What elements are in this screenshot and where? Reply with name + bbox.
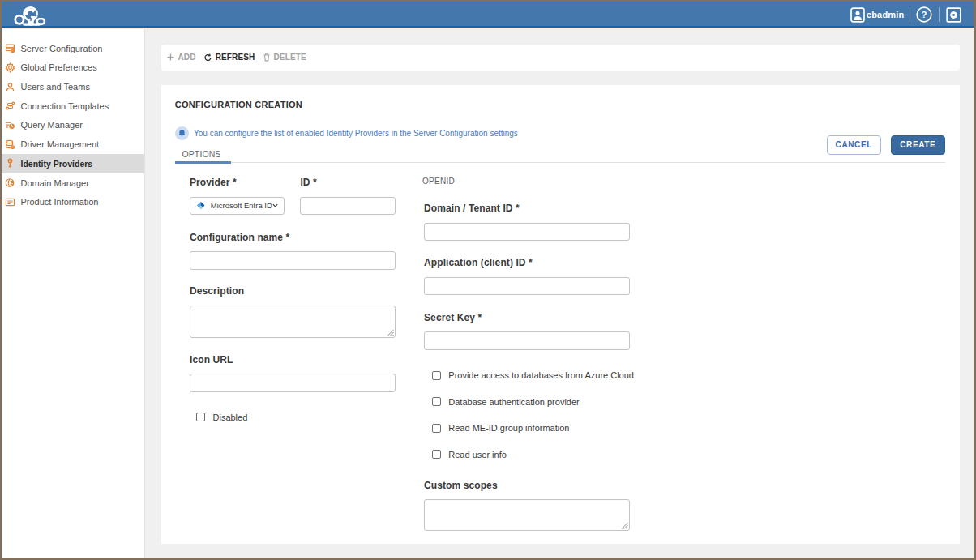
svg-text:?: ? [921, 10, 927, 19]
